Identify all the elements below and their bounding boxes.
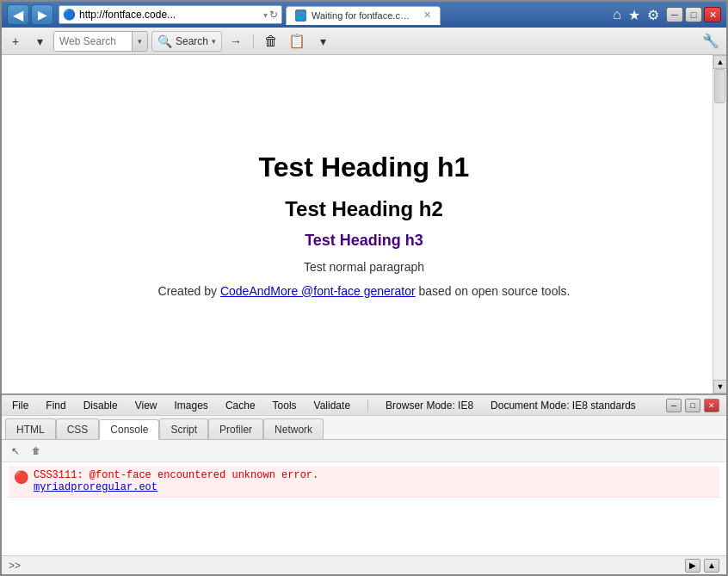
scroll-top-button[interactable]: ▲ — [704, 559, 719, 573]
paragraph: Test normal paragraph — [158, 260, 571, 274]
scroll-up-button[interactable]: ▲ — [713, 55, 726, 69]
devtools-window-controls: ─ □ ✕ — [666, 399, 719, 412]
heading-1: Test Heading h1 — [158, 152, 571, 183]
toolbar-separator — [253, 34, 254, 48]
error-link[interactable]: myriadproregular.eot — [34, 481, 157, 493]
heading-3: Test Heading h3 — [158, 232, 571, 250]
tab-console[interactable]: Console — [99, 419, 159, 440]
menu-separator — [367, 399, 368, 412]
add-button[interactable]: 📋 — [285, 31, 309, 52]
devtools-menu-images[interactable]: Images — [171, 398, 212, 413]
devtools-close[interactable]: ✕ — [704, 399, 719, 412]
go-button[interactable]: → — [225, 31, 246, 52]
refresh-icon[interactable]: ↻ — [269, 9, 278, 21]
tab-script[interactable]: Script — [159, 418, 208, 439]
scroll-thumb[interactable] — [714, 69, 725, 103]
restore-button[interactable]: □ — [685, 7, 702, 22]
web-search-input[interactable] — [54, 32, 132, 51]
tab-close-button[interactable]: ✕ — [423, 9, 431, 21]
heading-2: Test Heading h2 — [158, 197, 571, 221]
search-dropdown-button[interactable]: ▾ — [132, 32, 147, 51]
scroll-track[interactable] — [713, 69, 726, 380]
delete-button[interactable]: 🗑 — [261, 31, 281, 52]
title-bar-right: ⌂ ★ ⚙ — [613, 7, 659, 23]
compatibility-button[interactable]: 🔧 — [699, 31, 723, 52]
page-body: Test Heading h1 Test Heading h2 Test Hea… — [158, 152, 571, 298]
error-icon: 🔴 — [14, 470, 28, 485]
page-content: Test Heading h1 Test Heading h2 Test Hea… — [2, 55, 726, 393]
nav-buttons: ◀ ▶ — [7, 4, 53, 25]
devtools-menu-file[interactable]: File — [9, 398, 32, 413]
scroll-down-button[interactable]: ▼ — [713, 380, 726, 393]
devtools-menu-tools[interactable]: Tools — [269, 398, 300, 413]
credit-before: Created by — [158, 284, 220, 298]
tab-favicon: 🌐 — [295, 9, 306, 22]
credit-after: based on open source tools. — [416, 284, 571, 298]
minimize-button[interactable]: ─ — [666, 7, 683, 22]
devtools-tabs: HTML CSS Console Script Profiler Network — [2, 416, 726, 440]
browser-window: ◀ ▶ 🔵 http://fontface.code... ▾ ↻ 🌐 Wait… — [0, 0, 728, 576]
devtools-menu-disable[interactable]: Disable — [80, 398, 121, 413]
address-bar[interactable]: 🔵 http://fontface.code... ▾ ↻ — [59, 5, 282, 24]
favorites-icon[interactable]: ★ — [628, 7, 640, 23]
devtools-menus: File Find Disable View Images Cache Tool… — [9, 398, 639, 413]
search-arrow-icon: ▾ — [212, 37, 216, 46]
devtools-minimize[interactable]: ─ — [666, 399, 682, 412]
page-icon: 🔵 — [63, 9, 76, 21]
cursor-tool-button[interactable]: ↖ — [7, 443, 24, 460]
devtools-statusbar: >> ▶ ▲ — [2, 555, 726, 574]
status-buttons: ▶ ▲ — [685, 559, 719, 573]
devtools-menu-find[interactable]: Find — [42, 398, 69, 413]
title-bar: ◀ ▶ 🔵 http://fontface.code... ▾ ↻ 🌐 Wait… — [2, 2, 726, 28]
devtools-menu-cache[interactable]: Cache — [222, 398, 259, 413]
search-label[interactable]: 🔍 Search ▾ — [151, 31, 222, 52]
browser-tab[interactable]: 🌐 Waiting for fontface.codea... ✕ — [286, 6, 441, 25]
tab-profiler[interactable]: Profiler — [208, 418, 263, 439]
devtools-menubar: File Find Disable View Images Cache Tool… — [2, 395, 726, 416]
prompt-symbol: >> — [9, 560, 21, 572]
devtools-panel: File Find Disable View Images Cache Tool… — [2, 393, 726, 574]
tab-css[interactable]: CSS — [56, 418, 100, 439]
new-tab-button[interactable]: + — [5, 31, 26, 52]
console-error-entry: 🔴 CSS3111: @font-face encountered unknow… — [9, 466, 719, 498]
title-bar-left: ◀ ▶ 🔵 http://fontface.code... ▾ ↻ — [7, 4, 282, 25]
forward-button[interactable]: ▶ — [31, 4, 53, 25]
error-message: CSS3111: @font-face encountered unknown … — [34, 469, 318, 481]
devtools-restore[interactable]: □ — [685, 399, 700, 412]
navigation-toolbar: + ▾ ▾ 🔍 Search ▾ → 🗑 📋 ▾ 🔧 — [2, 28, 726, 55]
devtools-document-mode: Document Mode: IE8 standards — [487, 398, 639, 413]
tab-label: Waiting for fontface.codea... — [312, 10, 415, 21]
scrollbar-vertical[interactable]: ▲ ▼ — [713, 55, 726, 393]
devtools-inner-toolbar: ↖ 🗑 — [2, 440, 726, 462]
search-text: Search — [176, 35, 208, 47]
tools-icon[interactable]: ⚙ — [647, 7, 659, 23]
tools-dropdown-button[interactable]: ▾ — [312, 31, 333, 52]
devtools-menu-view[interactable]: View — [132, 398, 161, 413]
devtools-console: 🔴 CSS3111: @font-face encountered unknow… — [2, 462, 726, 555]
browser-area: Test Heading h1 Test Heading h2 Test Hea… — [2, 55, 726, 574]
clear-console-button[interactable]: 🗑 — [28, 443, 45, 460]
credit-text: Created by CodeAndMore @font-face genera… — [158, 284, 571, 298]
credit-link[interactable]: CodeAndMore @font-face generator — [220, 284, 416, 298]
tab-list-button[interactable]: ▾ — [29, 31, 50, 52]
devtools-browser-mode: Browser Mode: IE8 — [382, 398, 477, 413]
error-content: CSS3111: @font-face encountered unknown … — [34, 469, 318, 493]
web-search-box[interactable]: ▾ — [53, 31, 148, 52]
console-prompt: >> — [9, 560, 21, 572]
home-icon[interactable]: ⌂ — [613, 7, 621, 22]
close-button[interactable]: ✕ — [704, 7, 721, 22]
tab-container: 🌐 Waiting for fontface.codea... ✕ — [286, 6, 613, 24]
dropdown-arrow-icon[interactable]: ▾ — [263, 10, 268, 20]
tab-network[interactable]: Network — [263, 418, 324, 439]
back-button[interactable]: ◀ — [7, 4, 29, 25]
search-magnifier-icon: 🔍 — [157, 34, 172, 48]
address-text: http://fontface.code... — [79, 9, 262, 21]
devtools-menu-validate[interactable]: Validate — [311, 398, 354, 413]
run-button[interactable]: ▶ — [685, 559, 700, 573]
window-controls: ─ □ ✕ — [666, 7, 721, 22]
tab-html[interactable]: HTML — [5, 418, 56, 439]
